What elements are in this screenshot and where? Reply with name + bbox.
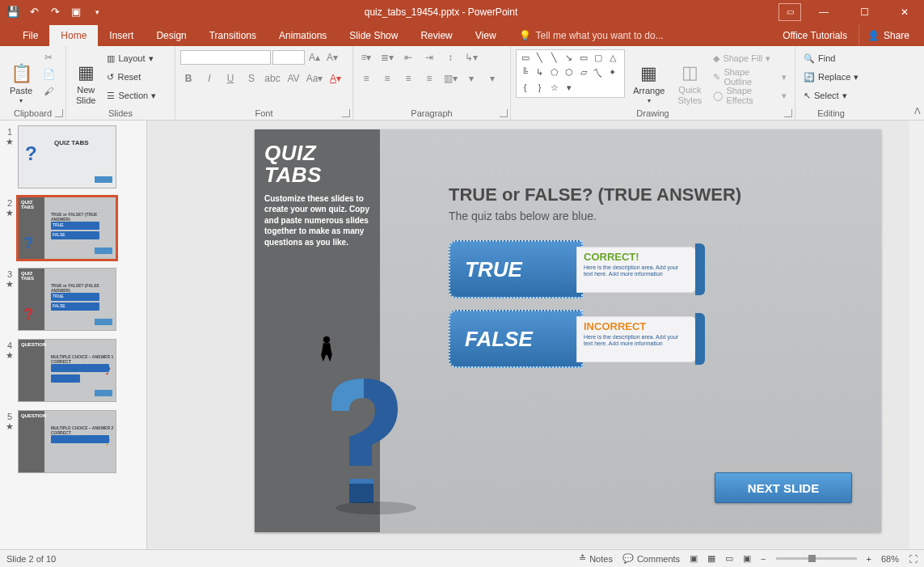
sorter-view-button[interactable]: ▦ <box>707 553 715 564</box>
shadow-button[interactable]: abc <box>264 70 281 87</box>
tab-design[interactable]: Design <box>145 25 197 46</box>
qat-dropdown-icon[interactable]: ▾ <box>91 6 103 19</box>
zoom-slider[interactable] <box>776 557 857 560</box>
office-tutorials[interactable]: Office Tutorials <box>771 25 859 46</box>
paste-icon: 📋 <box>11 63 32 84</box>
drawing-launcher[interactable] <box>784 109 792 117</box>
maximize-button[interactable]: ☐ <box>846 0 882 23</box>
slide-counter[interactable]: Slide 2 of 10 <box>6 554 56 564</box>
line-spacing-button[interactable]: ↕ <box>442 49 458 66</box>
reset-button[interactable]: ↺ Reset <box>103 68 159 86</box>
italic-button[interactable]: I <box>201 70 217 87</box>
shapes-gallery[interactable]: ▭╲╲↘▭▢ △╚↳⬠⬡▱ 乀✦{}☆▾ <box>516 49 625 98</box>
replace-button[interactable]: 🔄 Replace ▾ <box>800 68 862 86</box>
align-right-button[interactable]: ≡ <box>400 70 416 87</box>
font-launcher[interactable] <box>342 109 350 117</box>
columns-button[interactable]: ▥▾ <box>442 70 458 87</box>
increase-font-button[interactable]: A▴ <box>306 49 323 66</box>
justify-button[interactable]: ≡ <box>421 70 437 87</box>
decrease-font-button[interactable]: A▾ <box>324 49 340 66</box>
tab-view[interactable]: View <box>464 25 508 46</box>
thumb-number: 2 <box>7 198 12 208</box>
shape-fill-button[interactable]: ◆ Shape Fill ▾ <box>710 49 790 67</box>
notes-button[interactable]: ≛ Notes <box>579 553 613 564</box>
next-slide-button[interactable]: NEXT SLIDE <box>715 472 852 503</box>
slideshow-view-button[interactable]: ▣ <box>743 553 751 564</box>
question-title[interactable]: TRUE or FALSE? (TRUE ANSWER) <box>449 184 857 205</box>
underline-button[interactable]: U <box>222 70 238 87</box>
format-painter-button[interactable]: 🖌 <box>40 83 57 99</box>
tell-me[interactable]: 💡Tell me what you want to do... <box>508 25 675 46</box>
comments-button[interactable]: 💬 Comments <box>622 553 680 564</box>
text-direction-button[interactable]: ↳▾ <box>463 49 479 66</box>
zoom-level[interactable]: 68% <box>881 554 899 564</box>
font-family-select[interactable] <box>180 50 271 65</box>
thumb-slide-1[interactable]: ? QUIZ TABS <box>18 125 116 188</box>
decrease-indent-button[interactable]: ⇤ <box>400 49 416 66</box>
answer-true[interactable]: TRUE CORRECT! Here is the description ar… <box>449 240 857 298</box>
shape-outline-button[interactable]: ✎ Shape Outline ▾ <box>710 68 790 86</box>
zoom-in-button[interactable]: + <box>867 554 871 564</box>
tab-home[interactable]: Home <box>49 25 98 46</box>
thumb-slide-2[interactable]: QUIZTABS ? TRUE or FALSE? (TRUE ANSWER)T… <box>18 197 116 260</box>
select-button[interactable]: ↖ Select ▾ <box>800 87 862 104</box>
title-bar: 💾 ↶ ↷ ▣ ▾ quiz_tabs_19454.pptx - PowerPo… <box>0 0 924 23</box>
group-label: Paragraph <box>353 108 510 118</box>
answer-false[interactable]: FALSE INCORRECT Here is the description … <box>449 310 857 368</box>
font-size-select[interactable] <box>272 50 305 65</box>
strikethrough-button[interactable]: S <box>243 70 259 87</box>
align-center-button[interactable]: ≡ <box>379 70 395 87</box>
arrange-icon: ▦ <box>640 63 657 84</box>
thumb-slide-5[interactable]: QUESTION ? MULTIPLE CHOICE – ANSWER 2 CO… <box>18 410 116 473</box>
case-button[interactable]: Aa▾ <box>306 70 323 87</box>
start-from-beginning-icon[interactable]: ▣ <box>70 6 82 19</box>
ribbon-display-options-icon[interactable]: ▭ <box>778 3 801 21</box>
paragraph-launcher[interactable] <box>500 109 508 117</box>
bullets-button[interactable]: ≡▾ <box>358 49 374 66</box>
reading-view-button[interactable]: ▭ <box>725 553 733 564</box>
tab-transitions[interactable]: Transitions <box>198 25 268 46</box>
tab-review[interactable]: Review <box>409 25 463 46</box>
current-slide[interactable]: QUIZ TABS Customize these slides to crea… <box>255 129 881 532</box>
align-left-button[interactable]: ≡ <box>358 70 374 87</box>
slide-description[interactable]: Customize these slides to create your ow… <box>264 193 370 248</box>
group-drawing: ▭╲╲↘▭▢ △╚↳⬠⬡▱ 乀✦{}☆▾ ▦Arrange▾ ◫Quick St… <box>511 46 795 120</box>
font-color-button[interactable]: A▾ <box>327 70 344 87</box>
tab-file[interactable]: File <box>11 25 49 46</box>
layout-button[interactable]: ▥ Layout ▾ <box>103 49 159 67</box>
share-button[interactable]: 👤Share <box>859 25 918 46</box>
fit-to-window-button[interactable]: ⛶ <box>909 554 918 564</box>
tab-insert[interactable]: Insert <box>98 25 145 46</box>
save-icon[interactable]: 💾 <box>6 6 19 19</box>
normal-view-button[interactable]: ▣ <box>690 553 698 564</box>
collapse-ribbon-icon[interactable]: ᐱ <box>914 106 921 116</box>
tab-animations[interactable]: Animations <box>268 25 338 46</box>
question-subtitle[interactable]: The quiz tabs below are blue. <box>449 209 857 222</box>
cut-button[interactable]: ✂ <box>40 49 57 66</box>
slide-title[interactable]: QUIZ TABS <box>264 142 370 187</box>
shape-effects-button[interactable]: ◯ Shape Effects ▾ <box>710 87 790 104</box>
slide-editor[interactable]: QUIZ TABS Customize these slides to crea… <box>147 121 924 549</box>
smartart-button[interactable]: ▾ <box>484 70 500 87</box>
clipboard-launcher[interactable] <box>55 109 63 117</box>
thumb-slide-3[interactable]: QUIZTABS ? TRUE or FALSE? (FALSE ANSWER)… <box>18 268 116 331</box>
tab-slideshow[interactable]: Slide Show <box>338 25 409 46</box>
align-text-button[interactable]: ▾ <box>463 70 479 87</box>
copy-button[interactable]: 📄 <box>40 66 57 83</box>
group-label: Font <box>175 108 352 118</box>
find-button[interactable]: 🔍 Find <box>800 49 862 67</box>
undo-icon[interactable]: ↶ <box>27 6 40 19</box>
increase-indent-button[interactable]: ⇥ <box>421 49 437 66</box>
bold-button[interactable]: B <box>180 70 196 87</box>
thumb-slide-4[interactable]: QUESTION ? MULTIPLE CHOICE – ANSWER 1 CO… <box>18 339 116 402</box>
minimize-button[interactable]: — <box>806 0 842 23</box>
redo-icon[interactable]: ↷ <box>49 6 61 19</box>
vertical-scrollbar[interactable] <box>909 121 924 549</box>
spacing-button[interactable]: AV <box>285 70 302 87</box>
ribbon-tabs: File Home Insert Design Transitions Anim… <box>0 23 924 46</box>
close-button[interactable]: ✕ <box>887 0 922 23</box>
numbering-button[interactable]: ≣▾ <box>379 49 395 66</box>
section-button[interactable]: ☰ Section ▾ <box>103 87 159 104</box>
thumb-number: 3 <box>7 269 12 279</box>
zoom-out-button[interactable]: − <box>761 554 766 564</box>
